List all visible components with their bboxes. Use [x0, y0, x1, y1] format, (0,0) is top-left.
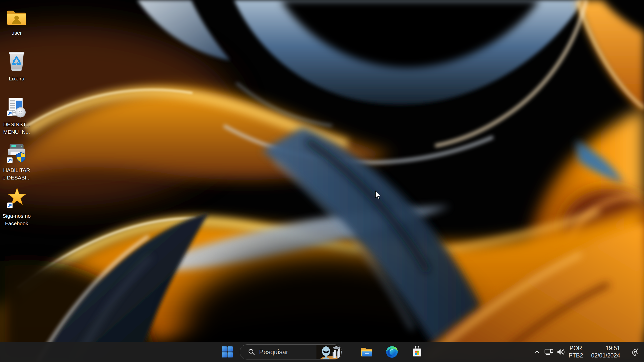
language-code: POR [570, 345, 582, 352]
desktop-icon-label: HABILITARe DESABI... [0, 166, 33, 182]
bell-do-not-disturb-icon [630, 347, 639, 356]
search-icon [248, 348, 255, 355]
desktop-icon-label: user [0, 29, 33, 37]
taskbar-center: Pesquisar [218, 342, 426, 362]
tray-notifications-button[interactable] [629, 342, 640, 362]
desktop: user [0, 0, 644, 362]
desktop-icon-uninstall-menu[interactable]: DESINST...MENU IN... [0, 94, 33, 140]
file-explorer-icon [360, 346, 373, 357]
desktop-icon-recycle-bin[interactable]: Lixeira [0, 48, 33, 94]
tray-date: 02/01/2024 [591, 352, 620, 359]
tray-network-volume-button[interactable] [543, 342, 567, 362]
taskbar-app-file-explorer[interactable] [357, 342, 376, 362]
taskbar-search[interactable]: Pesquisar [240, 344, 342, 359]
taskbar-app-edge[interactable] [383, 342, 401, 362]
desktop-icon-enable-disable[interactable]: HABILITARe DESABI... [0, 140, 33, 186]
tray-language-button[interactable]: POR PTB2 [567, 342, 585, 362]
start-button[interactable] [218, 342, 237, 362]
desktop-icon-facebook-shortcut[interactable]: Siga-nos noFacebook [0, 186, 33, 231]
star-icon [0, 186, 33, 210]
microsoft-store-icon [411, 346, 423, 358]
wallpaper-art [0, 0, 644, 362]
user-folder-icon [0, 3, 33, 27]
shortcut-arrow-badge [7, 203, 13, 208]
system-tray: POR PTB2 19:51 02/01/2024 [532, 342, 644, 362]
chevron-up-icon [534, 350, 540, 354]
desktop-icon-user-folder[interactable]: user [0, 3, 33, 48]
edge-browser-icon [386, 346, 398, 358]
search-highlight-image [316, 345, 342, 359]
recycle-bin-icon [0, 48, 33, 72]
taskbar-app-microsoft-store[interactable] [408, 342, 426, 362]
taskbar: Pesquisar [0, 342, 644, 362]
keyboard-layout-code: PTB2 [569, 352, 583, 359]
installer-icon [0, 94, 33, 118]
desktop-icon-label: Siga-nos noFacebook [0, 212, 33, 227]
mouse-cursor [375, 191, 381, 200]
tray-time: 19:51 [606, 345, 620, 352]
shortcut-arrow-badge [7, 111, 13, 116]
shortcut-arrow-badge [7, 157, 13, 163]
wired-network-icon [544, 348, 553, 356]
search-placeholder: Pesquisar [259, 348, 288, 356]
tray-chevron-up-button[interactable] [532, 342, 543, 362]
printer-shield-icon [0, 140, 33, 164]
desktop-icon-label: DESINST...MENU IN... [0, 121, 33, 136]
desktop-icon-label: Lixeira [0, 75, 33, 82]
tray-clock-button[interactable]: 19:51 02/01/2024 [585, 342, 620, 362]
volume-icon [557, 348, 565, 355]
windows-logo-icon [222, 346, 233, 357]
